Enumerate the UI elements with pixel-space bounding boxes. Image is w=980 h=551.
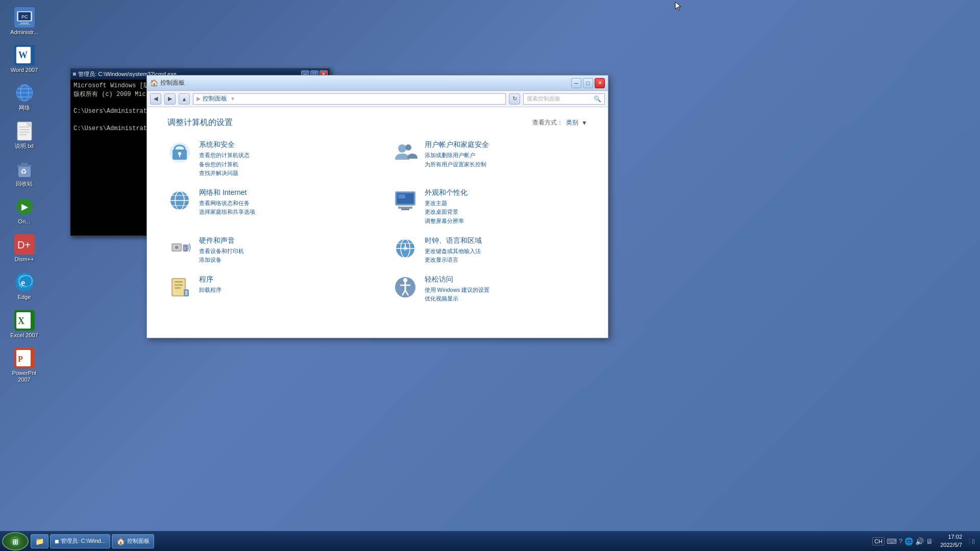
category-hardware-sound[interactable]: 硬件和声音 查看设备和打印机 添加设备: [167, 236, 362, 265]
category-appearance-text: 外观和个性化 更改主题 更改桌面背景 调整屏幕分辨率: [425, 188, 588, 226]
desktop-icon-recycle-label: 回收站: [16, 181, 33, 187]
search-go-button[interactable]: 🔍: [594, 95, 601, 103]
nav-up-button[interactable]: ▲: [179, 93, 190, 105]
svg-rect-3: [20, 22, 29, 24]
taskbar-clock[interactable]: 17:02 2022/5/7: [936, 533, 966, 549]
cat-link-appearance-3[interactable]: 调整屏幕分辨率: [425, 217, 588, 226]
desktop-icon-word2007[interactable]: W Word 2007: [5, 43, 43, 76]
desktop-icon-network[interactable]: 网络: [5, 81, 43, 113]
cp-category-grid: 系统和安全 查看您的计算机状态 备份您的计算机 查找并解决问题: [167, 140, 587, 304]
address-breadcrumb: 控制面板: [203, 94, 227, 103]
desktop-icon-excel2007[interactable]: X Excel 2007: [5, 308, 43, 341]
category-system-security-text: 系统和安全 查看您的计算机状态 备份您的计算机 查找并解决问题: [199, 140, 362, 178]
desktop-icon-recycle[interactable]: ♻ 回收站: [5, 157, 43, 189]
category-clock-language[interactable]: 时钟、语言和区域 更改键盘或其他输入法 更改显示语言: [393, 236, 588, 265]
cp-title-icon: 🏠: [150, 79, 158, 87]
svg-point-43: [398, 144, 406, 153]
cat-link-clock-2[interactable]: 更改显示语言: [425, 256, 588, 265]
start-button[interactable]: ⊞: [2, 532, 29, 550]
category-appearance-title[interactable]: 外观和个性化: [425, 188, 588, 197]
nav-back-button[interactable]: ◀: [150, 93, 161, 105]
taskbar-date: 2022/5/7: [940, 541, 962, 549]
cat-link-user-2[interactable]: 为所有用户设置家长控制: [425, 160, 588, 169]
category-hardware-sound-title[interactable]: 硬件和声音: [199, 236, 362, 245]
control-panel-window: 🏠 控制面板 ─ □ ✕ ◀ ▶ ▲ ▶ 控制面板 ▼ ↻ 搜索控制面板 🔍 调…: [146, 75, 608, 338]
desktop-icon-dism[interactable]: D+ Dism++: [5, 232, 43, 265]
taskbar-item-explorer[interactable]: 📁: [31, 534, 48, 548]
cp-minimize-button[interactable]: ─: [571, 78, 581, 88]
desktop-icon-admin[interactable]: PC Administr...: [5, 5, 43, 38]
svg-rect-70: [175, 284, 183, 286]
category-network-internet[interactable]: 网络和 Internet 查看网络状态和任务 选择家庭组和共享选项: [167, 188, 362, 226]
category-appearance[interactable]: 外观和个性化 更改主题 更改桌面背景 调整屏幕分辨率: [393, 188, 588, 226]
cat-link-programs-1[interactable]: 卸载程序: [199, 286, 362, 295]
taskbar-item-controlpanel[interactable]: 🏠 控制面板: [112, 534, 154, 548]
cat-link-appearance-1[interactable]: 更改主题: [425, 199, 588, 208]
taskbar-item-cmd[interactable]: ■ 管理员: C:\Wind...: [50, 534, 110, 548]
nav-refresh-button[interactable]: ↻: [509, 93, 520, 105]
desktop-icon-edge[interactable]: e Edge: [5, 270, 43, 303]
category-user-accounts[interactable]: 用户帐户和家庭安全 添加或删除用户帐户 为所有用户设置家长控制: [393, 140, 588, 178]
desktop-icon-ppt2007[interactable]: P PowerPnt 2007: [5, 346, 43, 385]
taskbar-explorer-icon: 📁: [35, 537, 44, 545]
taskbar-volume-icon[interactable]: 🔊: [915, 537, 924, 545]
cat-link-system-3[interactable]: 查找并解决问题: [199, 169, 362, 178]
cat-link-hardware-1[interactable]: 查看设备和打印机: [199, 247, 362, 256]
cat-link-clock-1[interactable]: 更改键盘或其他输入法: [425, 247, 588, 256]
search-placeholder-text: 搜索控制面板: [527, 95, 592, 103]
svg-text:⊞: ⊞: [12, 538, 18, 546]
svg-text:♻: ♻: [20, 167, 27, 176]
cp-view-dropdown-icon[interactable]: ▼: [581, 119, 587, 127]
taskbar-help-icon[interactable]: ?: [899, 537, 902, 545]
svg-text:PC: PC: [21, 14, 28, 19]
category-system-security[interactable]: 系统和安全 查看您的计算机状态 备份您的计算机 查找并解决问题: [167, 140, 362, 178]
svg-point-77: [403, 278, 407, 282]
cat-link-network-1[interactable]: 查看网络状态和任务: [199, 199, 362, 208]
address-field[interactable]: ▶ 控制面板 ▼: [193, 93, 506, 105]
desktop-icon-dism-label: Dism++: [15, 256, 34, 263]
category-user-accounts-title[interactable]: 用户帐户和家庭安全: [425, 140, 588, 149]
category-network-internet-text: 网络和 Internet 查看网络状态和任务 选择家庭组和共享选项: [199, 188, 362, 217]
category-programs[interactable]: 程序 卸载程序: [167, 275, 362, 304]
desktop-icon-notepad[interactable]: 说明.txt: [5, 119, 43, 152]
nav-forward-button[interactable]: ▶: [164, 93, 176, 105]
desktop-icon-on[interactable]: ▶ On...: [5, 194, 43, 227]
svg-rect-55: [398, 194, 405, 198]
svg-text:e: e: [21, 278, 25, 288]
category-network-internet-title[interactable]: 网络和 Internet: [199, 188, 362, 197]
category-user-accounts-icon: [393, 140, 418, 165]
cp-content: 调整计算机的设置 查看方式： 类别 ▼: [147, 107, 608, 314]
cat-link-network-2[interactable]: 选择家庭组和共享选项: [199, 208, 362, 217]
category-ease-access-title[interactable]: 轻松访问: [425, 275, 588, 284]
cat-link-user-1[interactable]: 添加或删除用户帐户: [425, 151, 588, 160]
cp-view-label: 查看方式：: [532, 118, 563, 127]
cp-view-option[interactable]: 类别: [566, 118, 578, 127]
taskbar-keyboard-icon: ⌨: [887, 537, 897, 545]
svg-point-58: [175, 246, 178, 249]
taskbar-sys-icons: CH ⌨ ? 🌐 🔊 🖥: [872, 537, 933, 545]
cat-link-system-2[interactable]: 备份您的计算机: [199, 160, 362, 169]
taskbar-show-desktop-button[interactable]: ▯: [969, 538, 975, 544]
svg-point-41: [178, 152, 181, 155]
desktop-icon-ppt2007-label: PowerPnt 2007: [7, 370, 41, 383]
cat-link-hardware-2[interactable]: 添加设备: [199, 256, 362, 265]
category-programs-title[interactable]: 程序: [199, 275, 362, 284]
category-appearance-icon: [393, 188, 418, 213]
cat-link-appearance-2[interactable]: 更改桌面背景: [425, 208, 588, 217]
desktop-icon-on-label: On...: [18, 218, 31, 225]
category-clock-language-title[interactable]: 时钟、语言和区域: [425, 236, 588, 245]
category-hardware-sound-icon: [167, 236, 192, 261]
cp-close-button[interactable]: ✕: [595, 78, 605, 88]
search-box[interactable]: 搜索控制面板 🔍: [523, 93, 605, 105]
address-arrow-icon: ▶: [197, 95, 201, 102]
cat-link-ease-1[interactable]: 使用 Windows 建议的设置: [425, 286, 588, 295]
taskbar-lang-icon: CH: [872, 537, 885, 545]
category-ease-access[interactable]: 轻松访问 使用 Windows 建议的设置 优化视频显示: [393, 275, 588, 304]
category-system-security-title[interactable]: 系统和安全: [199, 140, 362, 149]
cat-link-system-1[interactable]: 查看您的计算机状态: [199, 151, 362, 160]
svg-rect-53: [401, 209, 409, 210]
svg-rect-52: [398, 207, 412, 209]
cat-link-ease-2[interactable]: 优化视频显示: [425, 294, 588, 304]
desktop-icon-notepad-label: 说明.txt: [15, 143, 34, 149]
cp-maximize-button[interactable]: □: [583, 78, 593, 88]
